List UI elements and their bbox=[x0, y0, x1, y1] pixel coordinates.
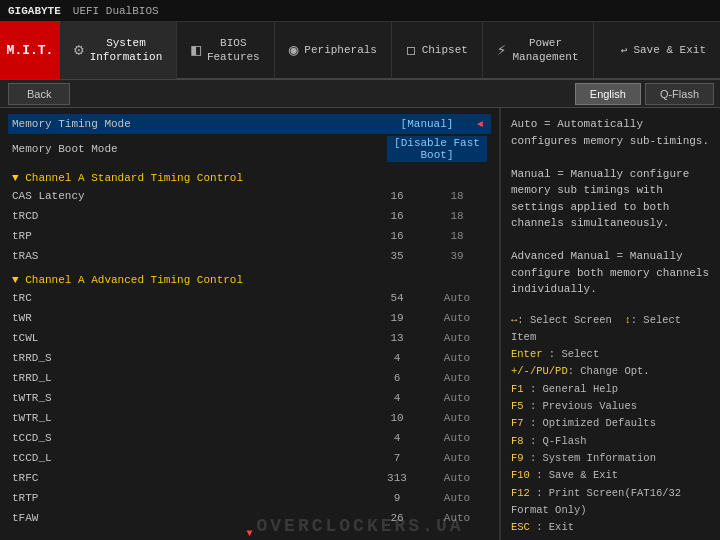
top-bar: GIGABYTE UEFI DualBIOS bbox=[0, 0, 720, 22]
setting-tccd-l[interactable]: tCCD_L 7 Auto bbox=[8, 448, 491, 468]
chipset-icon: ◻ bbox=[406, 40, 416, 60]
hotkey-esc: ESC : Exit bbox=[511, 519, 710, 536]
save-exit-icon: ↩ bbox=[621, 44, 628, 57]
nav-system-info[interactable]: ⚙ System Information bbox=[60, 21, 177, 79]
setting-twr[interactable]: tWR 19 Auto bbox=[8, 308, 491, 328]
setting-tcwl[interactable]: tCWL 13 Auto bbox=[8, 328, 491, 348]
nav-peripherals-label: Peripherals bbox=[304, 43, 377, 57]
setting-trfc[interactable]: tRFC 313 Auto bbox=[8, 468, 491, 488]
setting-tras[interactable]: tRAS 35 39 bbox=[8, 246, 491, 266]
hotkey-f12: F12 : Print Screen(FAT16/32 Format Only) bbox=[511, 485, 710, 520]
power-icon: ⚡ bbox=[497, 40, 507, 60]
hotkey-f10: F10 : Save & Exit bbox=[511, 467, 710, 484]
arrow-icon: ◄ bbox=[477, 119, 487, 130]
hotkey-f1: F1 : General Help bbox=[511, 381, 710, 398]
bios-icon: ◧ bbox=[191, 40, 201, 60]
hotkey-f8: F8 : Q-Flash bbox=[511, 433, 710, 450]
setting-memory-boot-mode[interactable]: Memory Boot Mode [Disable FastBoot] bbox=[8, 134, 491, 164]
system-info-icon: ⚙ bbox=[74, 40, 84, 60]
qflash-button[interactable]: Q-Flash bbox=[645, 83, 714, 105]
nav-bios-features[interactable]: ◧ BIOS Features bbox=[177, 21, 274, 79]
nav-bios-label: BIOS Features bbox=[207, 36, 260, 65]
setting-twtr-l[interactable]: tWTR_L 10 Auto bbox=[8, 408, 491, 428]
hotkey-f9: F9 : System Information bbox=[511, 450, 710, 467]
setting-cas-latency[interactable]: CAS Latency 16 18 bbox=[8, 186, 491, 206]
setting-name-memory-boot: Memory Boot Mode bbox=[12, 143, 387, 155]
section-a-advanced-header: ▼ Channel A Advanced Timing Control bbox=[8, 270, 491, 288]
left-panel: Memory Timing Mode [Manual] ◄ Memory Boo… bbox=[0, 108, 500, 540]
nav-chipset[interactable]: ◻ Chipset bbox=[392, 21, 483, 79]
nav-chipset-label: Chipset bbox=[422, 43, 468, 57]
nav-bar: M.I.T. ⚙ System Information ◧ BIOS Featu… bbox=[0, 22, 720, 80]
save-exit-label: Save & Exit bbox=[633, 44, 706, 56]
main-content: Memory Timing Mode [Manual] ◄ Memory Boo… bbox=[0, 108, 720, 540]
right-panel: Auto = Automatically configures memory s… bbox=[500, 108, 720, 540]
hotkey-change: +/-/PU/PD: Change Opt. bbox=[511, 363, 710, 380]
hotkey-enter: Enter : Select bbox=[511, 346, 710, 363]
gigabyte-logo: GIGABYTE bbox=[8, 5, 61, 17]
hotkey-select-screen: ↔: Select Screen ↕: Select Item bbox=[511, 312, 710, 347]
nav-power-mgmt[interactable]: ⚡ Power Management bbox=[483, 21, 594, 79]
setting-trrd-l[interactable]: tRRD_L 6 Auto bbox=[8, 368, 491, 388]
section-a-standard-header: ▼ Channel A Standard Timing Control bbox=[8, 168, 491, 186]
setting-value-memory-timing: [Manual] bbox=[377, 117, 477, 131]
uefi-label: UEFI DualBIOS bbox=[73, 5, 159, 17]
sub-nav: Back English Q-Flash bbox=[0, 80, 720, 108]
watermark: OVERCLOCKERS.UA bbox=[256, 516, 463, 536]
setting-trrd-s[interactable]: tRRD_S 4 Auto bbox=[8, 348, 491, 368]
save-exit-button[interactable]: ↩ Save & Exit bbox=[607, 21, 720, 79]
setting-trcd[interactable]: tRCD 16 18 bbox=[8, 206, 491, 226]
setting-trp[interactable]: tRP 16 18 bbox=[8, 226, 491, 246]
hotkey-f5: F5 : Previous Values bbox=[511, 398, 710, 415]
nav-power-label: Power Management bbox=[512, 36, 578, 65]
peripherals-icon: ◉ bbox=[289, 40, 299, 60]
setting-trc[interactable]: tRC 54 Auto bbox=[8, 288, 491, 308]
setting-memory-timing-mode[interactable]: Memory Timing Mode [Manual] ◄ bbox=[8, 114, 491, 134]
setting-name-memory-timing: Memory Timing Mode bbox=[12, 118, 377, 130]
setting-value-memory-boot: [Disable FastBoot] bbox=[387, 136, 487, 162]
nav-peripherals[interactable]: ◉ Peripherals bbox=[275, 21, 392, 79]
back-button[interactable]: Back bbox=[8, 83, 70, 105]
mit-button[interactable]: M.I.T. bbox=[0, 21, 60, 79]
hotkey-list: ↔: Select Screen ↕: Select Item Enter : … bbox=[511, 312, 710, 537]
setting-tccd-s[interactable]: tCCD_S 4 Auto bbox=[8, 428, 491, 448]
setting-trtp[interactable]: tRTP 9 Auto bbox=[8, 488, 491, 508]
setting-description: Auto = Automatically configures memory s… bbox=[511, 116, 710, 298]
hotkey-f7: F7 : Optimized Defaults bbox=[511, 415, 710, 432]
english-button[interactable]: English bbox=[575, 83, 641, 105]
setting-twtr-s[interactable]: tWTR_S 4 Auto bbox=[8, 388, 491, 408]
nav-system-info-label: System Information bbox=[90, 36, 163, 65]
